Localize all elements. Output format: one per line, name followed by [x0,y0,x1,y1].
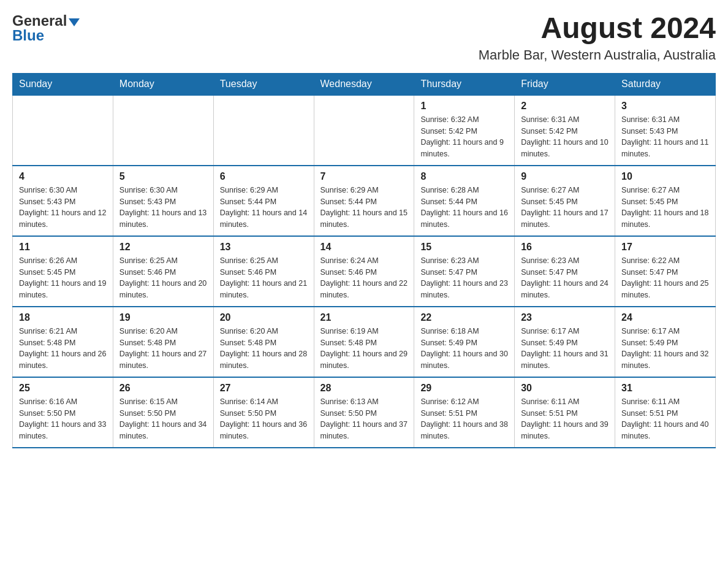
day-number: 8 [420,171,508,182]
calendar-cell: 25Sunrise: 6:16 AMSunset: 5:50 PMDayligh… [13,377,113,448]
calendar-cell: 1Sunrise: 6:32 AMSunset: 5:42 PMDaylight… [414,95,515,166]
calendar-cell: 9Sunrise: 6:27 AMSunset: 5:45 PMDaylight… [515,166,615,236]
calendar-week-3: 11Sunrise: 6:26 AMSunset: 5:45 PMDayligh… [13,236,716,307]
calendar-cell: 11Sunrise: 6:26 AMSunset: 5:45 PMDayligh… [13,236,113,307]
day-info: Sunrise: 6:17 AMSunset: 5:49 PMDaylight:… [521,326,609,372]
day-number: 6 [220,171,308,182]
day-number: 10 [621,171,709,182]
calendar-cell: 19Sunrise: 6:20 AMSunset: 5:48 PMDayligh… [113,307,213,377]
day-number: 4 [19,171,107,182]
day-info: Sunrise: 6:27 AMSunset: 5:45 PMDaylight:… [621,185,709,231]
calendar-cell: 5Sunrise: 6:30 AMSunset: 5:43 PMDaylight… [113,166,213,236]
logo: General Blue [12,12,80,44]
calendar-week-5: 25Sunrise: 6:16 AMSunset: 5:50 PMDayligh… [13,377,716,448]
col-friday: Friday [515,73,615,95]
day-info: Sunrise: 6:22 AMSunset: 5:47 PMDaylight:… [621,255,709,301]
calendar-cell: 24Sunrise: 6:17 AMSunset: 5:49 PMDayligh… [615,307,716,377]
calendar-cell: 2Sunrise: 6:31 AMSunset: 5:42 PMDaylight… [515,95,615,166]
day-info: Sunrise: 6:28 AMSunset: 5:44 PMDaylight:… [420,185,508,231]
calendar-header-row: Sunday Monday Tuesday Wednesday Thursday… [13,73,716,95]
day-info: Sunrise: 6:29 AMSunset: 5:44 PMDaylight:… [320,185,408,231]
page-header: General Blue August 2024 Marble Bar, Wes… [12,12,716,63]
day-info: Sunrise: 6:26 AMSunset: 5:45 PMDaylight:… [19,255,107,301]
day-info: Sunrise: 6:18 AMSunset: 5:49 PMDaylight:… [420,326,508,372]
day-number: 7 [320,171,408,182]
calendar-cell: 18Sunrise: 6:21 AMSunset: 5:48 PMDayligh… [13,307,113,377]
day-number: 18 [19,312,107,323]
day-number: 15 [420,242,508,253]
calendar-cell: 20Sunrise: 6:20 AMSunset: 5:48 PMDayligh… [213,307,314,377]
day-number: 3 [621,101,709,112]
day-number: 25 [19,383,107,394]
calendar-cell [13,95,113,166]
calendar-cell: 13Sunrise: 6:25 AMSunset: 5:46 PMDayligh… [213,236,314,307]
day-number: 9 [521,171,609,182]
day-info: Sunrise: 6:32 AMSunset: 5:42 PMDaylight:… [420,114,508,160]
day-info: Sunrise: 6:14 AMSunset: 5:50 PMDaylight:… [220,396,308,442]
calendar-cell: 17Sunrise: 6:22 AMSunset: 5:47 PMDayligh… [615,236,716,307]
calendar-cell: 27Sunrise: 6:14 AMSunset: 5:50 PMDayligh… [213,377,314,448]
day-number: 16 [521,242,609,253]
calendar-cell: 8Sunrise: 6:28 AMSunset: 5:44 PMDaylight… [414,166,515,236]
day-number: 12 [119,242,207,253]
day-number: 30 [521,383,609,394]
day-number: 26 [119,383,207,394]
logo-arrow-icon [69,18,80,26]
day-number: 28 [320,383,408,394]
calendar-cell [213,95,314,166]
day-number: 17 [621,242,709,253]
day-number: 13 [220,242,308,253]
calendar-cell: 21Sunrise: 6:19 AMSunset: 5:48 PMDayligh… [314,307,414,377]
calendar-cell: 16Sunrise: 6:23 AMSunset: 5:47 PMDayligh… [515,236,615,307]
calendar-cell: 10Sunrise: 6:27 AMSunset: 5:45 PMDayligh… [615,166,716,236]
col-monday: Monday [113,73,213,95]
day-info: Sunrise: 6:24 AMSunset: 5:46 PMDaylight:… [320,255,408,301]
day-info: Sunrise: 6:16 AMSunset: 5:50 PMDaylight:… [19,396,107,442]
day-info: Sunrise: 6:17 AMSunset: 5:49 PMDaylight:… [621,326,709,372]
calendar-cell: 28Sunrise: 6:13 AMSunset: 5:50 PMDayligh… [314,377,414,448]
col-thursday: Thursday [414,73,515,95]
day-info: Sunrise: 6:30 AMSunset: 5:43 PMDaylight:… [19,185,107,231]
day-info: Sunrise: 6:21 AMSunset: 5:48 PMDaylight:… [19,326,107,372]
calendar-cell: 3Sunrise: 6:31 AMSunset: 5:43 PMDaylight… [615,95,716,166]
day-number: 5 [119,171,207,182]
day-number: 24 [621,312,709,323]
day-info: Sunrise: 6:20 AMSunset: 5:48 PMDaylight:… [220,326,308,372]
day-info: Sunrise: 6:23 AMSunset: 5:47 PMDaylight:… [420,255,508,301]
day-info: Sunrise: 6:29 AMSunset: 5:44 PMDaylight:… [220,185,308,231]
day-info: Sunrise: 6:11 AMSunset: 5:51 PMDaylight:… [521,396,609,442]
day-info: Sunrise: 6:19 AMSunset: 5:48 PMDaylight:… [320,326,408,372]
logo-blue-text: Blue [12,27,44,44]
calendar-cell: 22Sunrise: 6:18 AMSunset: 5:49 PMDayligh… [414,307,515,377]
day-number: 14 [320,242,408,253]
calendar-cell: 7Sunrise: 6:29 AMSunset: 5:44 PMDaylight… [314,166,414,236]
location-title: Marble Bar, Western Australia, Australia [479,47,716,63]
day-number: 31 [621,383,709,394]
calendar-cell: 23Sunrise: 6:17 AMSunset: 5:49 PMDayligh… [515,307,615,377]
col-wednesday: Wednesday [314,73,414,95]
day-info: Sunrise: 6:30 AMSunset: 5:43 PMDaylight:… [119,185,207,231]
month-title: August 2024 [479,12,716,45]
day-info: Sunrise: 6:27 AMSunset: 5:45 PMDaylight:… [521,185,609,231]
calendar-cell: 26Sunrise: 6:15 AMSunset: 5:50 PMDayligh… [113,377,213,448]
calendar-cell [314,95,414,166]
day-info: Sunrise: 6:31 AMSunset: 5:42 PMDaylight:… [521,114,609,160]
day-info: Sunrise: 6:25 AMSunset: 5:46 PMDaylight:… [220,255,308,301]
day-info: Sunrise: 6:13 AMSunset: 5:50 PMDaylight:… [320,396,408,442]
calendar-cell: 29Sunrise: 6:12 AMSunset: 5:51 PMDayligh… [414,377,515,448]
calendar-cell: 14Sunrise: 6:24 AMSunset: 5:46 PMDayligh… [314,236,414,307]
day-number: 20 [220,312,308,323]
day-info: Sunrise: 6:12 AMSunset: 5:51 PMDaylight:… [420,396,508,442]
day-number: 23 [521,312,609,323]
day-number: 11 [19,242,107,253]
calendar-cell: 30Sunrise: 6:11 AMSunset: 5:51 PMDayligh… [515,377,615,448]
day-number: 22 [420,312,508,323]
col-tuesday: Tuesday [213,73,314,95]
day-number: 1 [420,101,508,112]
day-info: Sunrise: 6:25 AMSunset: 5:46 PMDaylight:… [119,255,207,301]
calendar-cell: 12Sunrise: 6:25 AMSunset: 5:46 PMDayligh… [113,236,213,307]
calendar-cell: 15Sunrise: 6:23 AMSunset: 5:47 PMDayligh… [414,236,515,307]
day-info: Sunrise: 6:23 AMSunset: 5:47 PMDaylight:… [521,255,609,301]
day-number: 21 [320,312,408,323]
day-number: 2 [521,101,609,112]
